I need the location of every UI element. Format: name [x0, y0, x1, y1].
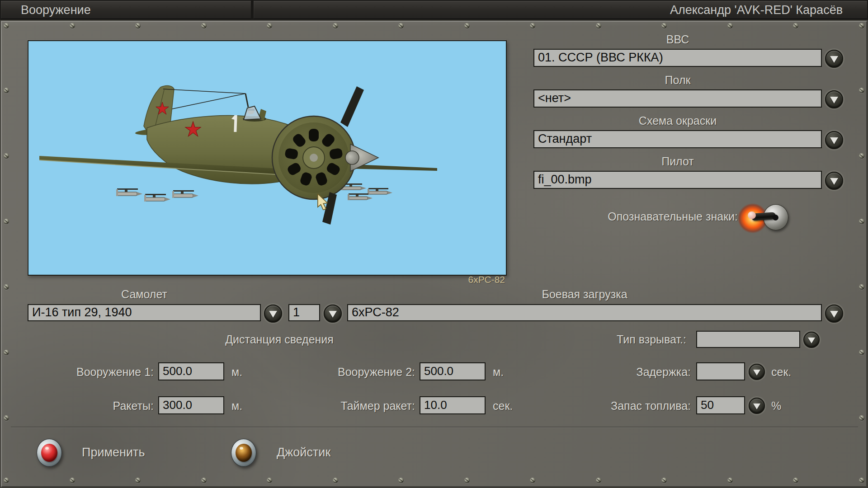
- panel-seam: [11, 427, 858, 427]
- screw-icon: [793, 23, 798, 28]
- chevron-down-icon: [808, 338, 815, 343]
- loadout-select[interactable]: 6xРС-82: [347, 304, 822, 321]
- rocket-timer-unit: сек.: [493, 399, 513, 413]
- screw-icon: [4, 23, 9, 28]
- aircraft-preview: [28, 40, 507, 276]
- rocket-timer-field[interactable]: 10.0: [420, 396, 486, 414]
- chevron-down-icon: [329, 311, 337, 318]
- fuse-type-dropdown-button[interactable]: [803, 332, 820, 348]
- screw-icon: [135, 23, 141, 28]
- screw-icon: [661, 23, 667, 28]
- screw-icon: [4, 219, 9, 224]
- loadout-dropdown-button[interactable]: [825, 305, 843, 323]
- apply-button-label: Применить: [82, 446, 145, 460]
- screw-icon: [4, 88, 9, 93]
- fuel-field[interactable]: 50: [696, 396, 745, 414]
- aircraft-dropdown-button[interactable]: [264, 305, 282, 323]
- screw-icon: [4, 153, 9, 159]
- screw-icon: [201, 23, 207, 28]
- rockets-label: Ракеты:: [27, 399, 154, 413]
- loadout-label: Боевая загрузка: [347, 287, 822, 301]
- delay-field[interactable]: [696, 362, 745, 380]
- screw-icon: [530, 23, 535, 28]
- aircraft-count-dropdown-button[interactable]: [324, 305, 342, 323]
- screw-icon: [859, 350, 864, 355]
- vvs-label: ВВС: [533, 33, 822, 46]
- aircraft-render: [28, 41, 506, 275]
- screw-icon: [530, 478, 535, 483]
- vvs-select[interactable]: 01. СССР (ВВС РККА): [533, 49, 822, 67]
- chevron-down-icon: [269, 311, 277, 318]
- screw-icon: [859, 23, 864, 28]
- joystick-button-label: Джойстик: [277, 446, 330, 460]
- preview-loadout-caption: 6xРС-82: [429, 274, 505, 285]
- screw-icon: [333, 23, 338, 28]
- player-name: Александр 'AVK-RED' Карасёв: [670, 3, 843, 17]
- fuel-spinner-button[interactable]: [749, 398, 765, 414]
- red-button-icon: [41, 444, 57, 462]
- paint-scheme-dropdown-button[interactable]: [825, 131, 843, 149]
- screw-icon: [859, 284, 864, 290]
- chevron-down-icon: [830, 137, 838, 144]
- screw-icon: [135, 478, 141, 483]
- screw-icon: [727, 23, 733, 28]
- mouse-cursor-icon: [317, 194, 328, 210]
- pilot-label: Пилот: [533, 155, 822, 168]
- title-bar: Вооружение Александр 'AVK-RED' Карасёв: [0, 0, 868, 20]
- screw-icon: [267, 478, 272, 483]
- weapon1-unit: м.: [231, 365, 242, 379]
- pilot-select[interactable]: fi_00.bmp: [533, 171, 822, 189]
- screw-icon: [4, 415, 9, 421]
- screw-icon: [4, 284, 9, 290]
- weapon1-label: Вооружение 1:: [27, 365, 154, 379]
- aircraft-count-field[interactable]: 1: [288, 304, 320, 321]
- pilot-dropdown-button[interactable]: [825, 172, 843, 190]
- chevron-down-icon: [830, 56, 838, 63]
- screw-icon: [596, 23, 601, 28]
- weapon2-unit: м.: [493, 365, 504, 379]
- chevron-down-icon: [753, 370, 760, 375]
- screw-icon: [596, 478, 601, 483]
- rockets-field[interactable]: 300.0: [158, 396, 224, 414]
- screw-icon: [398, 23, 404, 28]
- markings-toggle[interactable]: [737, 201, 791, 233]
- screw-icon: [859, 415, 864, 421]
- chevron-down-icon: [830, 178, 838, 185]
- aircraft-label: Самолет: [28, 287, 261, 301]
- weapon1-field[interactable]: 500.0: [158, 362, 224, 380]
- screw-icon: [464, 478, 470, 483]
- fuel-label: Запас топлива:: [564, 399, 691, 413]
- screw-icon: [464, 23, 470, 28]
- apply-button[interactable]: [37, 439, 62, 467]
- amber-button-icon: [236, 444, 252, 462]
- fuel-unit: %: [771, 399, 781, 413]
- toggle-hub-icon: [773, 215, 778, 221]
- delay-spinner-button[interactable]: [749, 364, 765, 380]
- weapon2-label: Вооружение 2:: [288, 365, 415, 379]
- screw-icon: [333, 478, 338, 483]
- screw-icon: [70, 478, 75, 483]
- page-title: Вооружение: [21, 3, 91, 17]
- screw-icon: [70, 23, 75, 28]
- paint-scheme-label: Схема окраски: [533, 114, 822, 127]
- chevron-down-icon: [830, 97, 838, 103]
- regiment-label: Полк: [533, 73, 822, 87]
- chevron-down-icon: [753, 404, 760, 409]
- screw-icon: [201, 478, 207, 483]
- screw-icon: [398, 478, 404, 483]
- fuse-type-select[interactable]: [696, 331, 800, 348]
- screw-icon: [859, 478, 864, 483]
- paint-scheme-select[interactable]: Стандарт: [533, 130, 822, 148]
- convergence-heading: Дистанция сведения: [166, 333, 392, 346]
- aircraft-select[interactable]: И-16 тип 29, 1940: [28, 304, 261, 321]
- screw-icon: [859, 88, 864, 93]
- joystick-button[interactable]: [231, 439, 256, 467]
- regiment-select[interactable]: <нет>: [533, 89, 822, 108]
- weapon2-field[interactable]: 500.0: [420, 362, 486, 380]
- rocket-timer-label: Таймер ракет:: [288, 399, 415, 413]
- screw-icon: [793, 478, 798, 483]
- fuse-type-label: Тип взрыват.:: [560, 333, 686, 346]
- screw-icon: [661, 478, 667, 483]
- regiment-dropdown-button[interactable]: [825, 90, 843, 108]
- vvs-dropdown-button[interactable]: [825, 50, 843, 68]
